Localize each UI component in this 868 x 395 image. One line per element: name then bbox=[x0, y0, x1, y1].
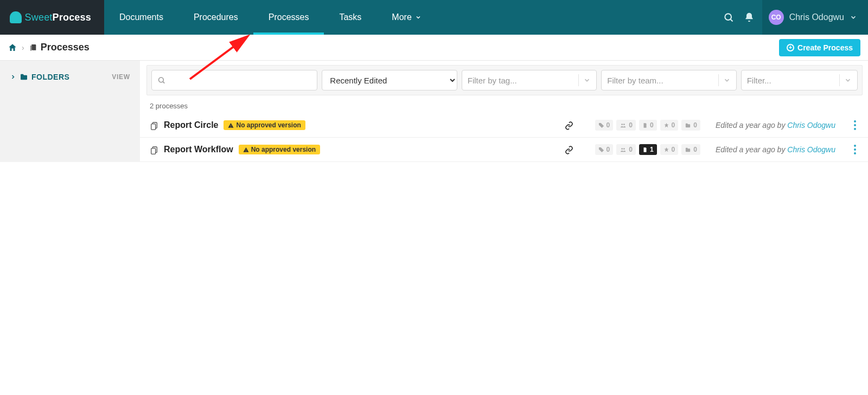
chevron-down-icon bbox=[583, 76, 591, 84]
search-icon[interactable] bbox=[723, 12, 734, 23]
sort-select[interactable]: Recently Edited bbox=[322, 70, 457, 90]
svg-point-6 bbox=[622, 124, 623, 125]
nav-more[interactable]: More bbox=[376, 0, 436, 35]
search-input[interactable] bbox=[165, 76, 311, 85]
svg-line-3 bbox=[163, 82, 164, 83]
chevron-down-icon bbox=[723, 76, 731, 84]
process-title: Report Workflow bbox=[164, 145, 233, 154]
process-row[interactable]: Report Circle No approved version 0 0 0 … bbox=[140, 113, 868, 138]
process-icon bbox=[150, 145, 158, 154]
avatar: CO bbox=[769, 10, 784, 25]
plus-circle-icon: + bbox=[787, 44, 794, 51]
processes-icon bbox=[29, 43, 37, 52]
filter-bar: Recently Edited Filter by tag... Filter … bbox=[146, 65, 863, 95]
process-row[interactable]: Report Workflow No approved version 0 0 … bbox=[140, 138, 868, 162]
logo[interactable]: SweetProcess bbox=[0, 0, 104, 35]
svg-line-1 bbox=[730, 20, 732, 22]
no-approved-version-badge: No approved version bbox=[239, 145, 320, 154]
folders-count: 0 bbox=[681, 144, 700, 155]
svg-point-0 bbox=[725, 14, 731, 20]
folders-count: 0 bbox=[681, 120, 700, 131]
pins-count: 0 bbox=[660, 144, 679, 155]
teams-count: 0 bbox=[616, 144, 636, 155]
folder-icon bbox=[20, 73, 28, 81]
svg-point-10 bbox=[622, 148, 623, 150]
breadcrumb-home[interactable] bbox=[8, 42, 17, 52]
pages-count: 1 bbox=[639, 144, 657, 155]
breadcrumb-separator: › bbox=[22, 43, 24, 52]
link-icon[interactable] bbox=[565, 120, 573, 130]
chevron-right-icon bbox=[10, 74, 16, 80]
pages-count: 0 bbox=[639, 120, 657, 131]
no-approved-version-badge: No approved version bbox=[224, 120, 305, 130]
warning-icon bbox=[243, 147, 249, 153]
filter-tag-select[interactable]: Filter by tag... bbox=[462, 70, 597, 90]
search-input-wrap[interactable] bbox=[151, 70, 317, 90]
bell-icon[interactable] bbox=[744, 12, 755, 23]
svg-point-2 bbox=[159, 77, 164, 82]
process-icon bbox=[150, 120, 158, 129]
edited-by: Edited a year ago by Chris Odogwu bbox=[716, 145, 835, 154]
svg-rect-5 bbox=[151, 124, 156, 129]
search-icon bbox=[157, 76, 165, 85]
edited-by: Edited a year ago by Chris Odogwu bbox=[716, 121, 835, 129]
row-counts: 0 0 1 0 0 bbox=[595, 144, 700, 155]
tags-count: 0 bbox=[595, 120, 614, 131]
teams-count: 0 bbox=[616, 120, 636, 131]
editor-link[interactable]: Chris Odogwu bbox=[787, 145, 835, 154]
svg-point-7 bbox=[623, 124, 625, 125]
user-name: Chris Odogwu bbox=[789, 12, 844, 22]
nav-documents[interactable]: Documents bbox=[104, 0, 178, 35]
editor-link[interactable]: Chris Odogwu bbox=[787, 121, 835, 129]
nav-processes[interactable]: Processes bbox=[253, 0, 324, 35]
warning-icon bbox=[228, 122, 234, 128]
logo-cup-icon bbox=[10, 11, 22, 23]
process-title: Report Circle bbox=[164, 120, 218, 130]
pins-count: 0 bbox=[660, 120, 679, 131]
svg-point-11 bbox=[623, 148, 625, 150]
chevron-down-icon bbox=[415, 14, 422, 21]
row-counts: 0 0 0 0 0 bbox=[595, 120, 700, 131]
nav-procedures[interactable]: Procedures bbox=[178, 0, 253, 35]
sidebar-folders-toggle[interactable]: FOLDERS bbox=[10, 73, 69, 81]
sidebar-view-link[interactable]: VIEW bbox=[112, 73, 130, 81]
row-actions-menu[interactable] bbox=[852, 120, 858, 130]
result-count: 2 processes bbox=[140, 95, 868, 113]
nav-tasks[interactable]: Tasks bbox=[324, 0, 376, 35]
chevron-down-icon bbox=[850, 14, 857, 21]
create-process-button[interactable]: + Create Process bbox=[779, 39, 860, 56]
filter-team-select[interactable]: Filter by team... bbox=[601, 70, 736, 90]
user-menu[interactable]: CO Chris Odogwu bbox=[762, 0, 868, 35]
filter-more-select[interactable]: Filter... bbox=[741, 70, 858, 90]
page-title: Processes bbox=[41, 42, 90, 53]
chevron-down-icon bbox=[844, 76, 852, 84]
svg-rect-9 bbox=[151, 148, 156, 154]
logo-text: SweetProcess bbox=[25, 12, 91, 23]
tags-count: 0 bbox=[595, 144, 614, 155]
row-actions-menu[interactable] bbox=[852, 145, 858, 154]
link-icon[interactable] bbox=[565, 145, 573, 154]
